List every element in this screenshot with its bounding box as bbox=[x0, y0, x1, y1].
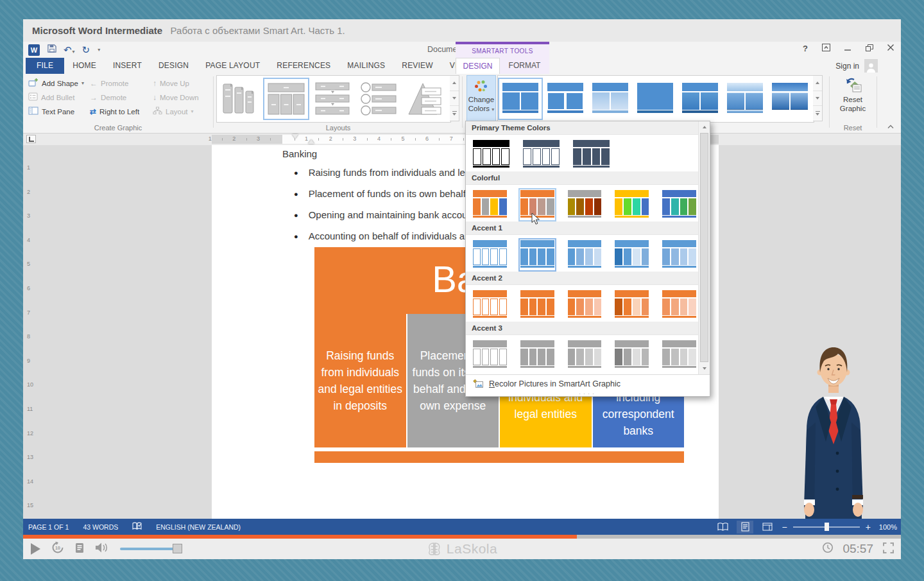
change-colors-button[interactable]: Change Colors ▾ bbox=[466, 75, 496, 123]
gallery-scroll-up-icon[interactable] bbox=[813, 76, 822, 91]
color-variant-swatch[interactable] bbox=[571, 138, 612, 171]
smartart-box[interactable]: Raising funds from individuals and legal… bbox=[314, 314, 406, 447]
ribbon-tab-references[interactable]: REFERENCES bbox=[268, 58, 339, 74]
minimize-button[interactable] bbox=[844, 44, 851, 53]
gallery-scroll-down-icon[interactable] bbox=[450, 91, 459, 107]
ribbon-tab-review[interactable]: REVIEW bbox=[393, 58, 441, 74]
ribbon-tab-mailings[interactable]: MAILINGS bbox=[339, 58, 393, 74]
tab-selector[interactable] bbox=[26, 135, 36, 143]
moderate-effect-style[interactable] bbox=[678, 78, 723, 120]
vertical-ruler[interactable]: 123456789101112131415 bbox=[23, 145, 38, 519]
hanging-indent-marker[interactable] bbox=[308, 139, 314, 144]
color-variant-swatch[interactable] bbox=[471, 138, 511, 171]
color-variant-swatch[interactable] bbox=[613, 338, 651, 372]
sign-in-area[interactable]: Sign in bbox=[835, 59, 878, 73]
color-variant-swatch[interactable] bbox=[613, 188, 651, 221]
color-variant-swatch[interactable] bbox=[471, 188, 509, 221]
pyramid-list-layout[interactable] bbox=[402, 78, 448, 120]
zoom-level[interactable]: 100% bbox=[879, 523, 897, 531]
play-button[interactable] bbox=[31, 543, 40, 555]
dropdown-resize-grip[interactable]: ···· bbox=[466, 390, 710, 397]
color-variant-swatch[interactable] bbox=[518, 238, 556, 272]
zoom-in-button[interactable]: + bbox=[866, 523, 871, 532]
color-variant-swatch[interactable] bbox=[660, 288, 698, 322]
tab-smartart-format[interactable]: FORMAT bbox=[500, 58, 549, 74]
smartart-footer-bar[interactable] bbox=[314, 451, 684, 463]
color-variant-swatch[interactable] bbox=[566, 288, 604, 322]
polished-3d-style[interactable] bbox=[723, 78, 767, 120]
circle-bullet-list-layout[interactable] bbox=[355, 78, 402, 120]
color-variant-swatch[interactable] bbox=[471, 338, 509, 372]
white-outline-style[interactable] bbox=[543, 78, 588, 120]
collapse-ribbon-icon[interactable] bbox=[887, 123, 894, 130]
word-logo-icon[interactable]: W bbox=[28, 44, 40, 56]
ribbon-tab-file[interactable]: FILE bbox=[26, 58, 64, 74]
read-mode-icon[interactable] bbox=[714, 521, 731, 533]
print-layout-icon[interactable] bbox=[737, 521, 753, 533]
customize-qat-icon[interactable]: ▾ bbox=[98, 47, 100, 53]
step-process-layout[interactable] bbox=[309, 78, 355, 120]
language-indicator[interactable]: ENGLISH (NEW ZEALAND) bbox=[156, 523, 241, 531]
document-heading[interactable]: Banking bbox=[282, 148, 317, 159]
help-button[interactable]: ? bbox=[803, 44, 808, 53]
layout-button[interactable]: Layout▾ bbox=[153, 105, 194, 118]
avatar[interactable] bbox=[864, 59, 878, 73]
text-pane-button[interactable]: Text Pane bbox=[28, 105, 74, 118]
gallery-more-icon[interactable] bbox=[450, 106, 459, 121]
dropdown-scrollbar[interactable] bbox=[698, 121, 710, 374]
color-variant-swatch[interactable] bbox=[660, 238, 698, 272]
zoom-slider[interactable] bbox=[793, 526, 860, 528]
add-shape-button[interactable]: Add Shape▾ bbox=[28, 76, 84, 90]
scrollbar-down-icon[interactable] bbox=[699, 363, 710, 374]
color-variant-swatch[interactable] bbox=[613, 288, 651, 322]
gallery-scroll-down-icon[interactable] bbox=[813, 91, 822, 107]
ribbon-display-options-icon[interactable] bbox=[822, 44, 830, 53]
color-variant-swatch[interactable] bbox=[518, 338, 556, 372]
first-line-indent-marker[interactable] bbox=[292, 134, 298, 139]
volume-slider-thumb[interactable] bbox=[173, 544, 182, 553]
tab-smartart-design[interactable]: DESIGN bbox=[456, 58, 500, 74]
right-to-left-button[interactable]: ⇄Right to Left bbox=[90, 105, 139, 118]
color-variant-swatch[interactable] bbox=[518, 288, 556, 322]
web-layout-icon[interactable] bbox=[759, 521, 776, 533]
page-indicator[interactable]: PAGE 1 OF 1 bbox=[28, 523, 69, 531]
color-variant-swatch[interactable] bbox=[660, 338, 698, 372]
proofing-icon[interactable] bbox=[132, 522, 142, 532]
redo-button[interactable]: ↻ bbox=[82, 45, 90, 55]
flat-scene-style[interactable] bbox=[633, 78, 678, 120]
sign-in-label[interactable]: Sign in bbox=[835, 62, 859, 71]
scrollbar-up-icon[interactable] bbox=[699, 121, 710, 132]
add-bullet-button[interactable]: Add Bullet bbox=[28, 91, 74, 104]
volume-icon[interactable] bbox=[95, 542, 109, 555]
color-variant-swatch[interactable] bbox=[471, 288, 509, 322]
promote-button[interactable]: ←Promote bbox=[90, 76, 128, 90]
ribbon-tab-insert[interactable]: INSERT bbox=[105, 58, 150, 74]
notes-icon[interactable] bbox=[75, 542, 84, 556]
move-down-button[interactable]: ↓Move Down bbox=[153, 91, 199, 104]
save-icon[interactable] bbox=[47, 44, 56, 56]
gallery-scroll-up-icon[interactable] bbox=[450, 76, 459, 91]
ribbon-tab-design[interactable]: DESIGN bbox=[150, 58, 197, 74]
color-variant-swatch[interactable] bbox=[566, 188, 604, 221]
close-button[interactable] bbox=[887, 44, 894, 53]
restore-button[interactable] bbox=[866, 44, 873, 53]
inset-3d-style[interactable] bbox=[767, 78, 812, 120]
zoom-out-button[interactable]: − bbox=[782, 523, 787, 532]
gallery-more-icon[interactable] bbox=[813, 106, 822, 121]
color-variant-swatch[interactable] bbox=[566, 238, 604, 272]
zoom-slider-thumb[interactable] bbox=[825, 523, 829, 531]
ribbon-tab-page-layout[interactable]: PAGE LAYOUT bbox=[197, 58, 268, 74]
reset-graphic-button[interactable]: ResetGraphic bbox=[833, 76, 873, 113]
color-variant-swatch[interactable] bbox=[660, 188, 698, 221]
demote-button[interactable]: →Demote bbox=[90, 91, 126, 104]
table-hierarchy-layout[interactable] bbox=[263, 78, 309, 120]
fullscreen-icon[interactable] bbox=[882, 542, 894, 557]
subtle-effect-style[interactable] bbox=[588, 78, 633, 120]
ribbon-tab-home[interactable]: HOME bbox=[64, 58, 105, 74]
color-variant-swatch[interactable] bbox=[613, 238, 651, 272]
volume-slider[interactable] bbox=[120, 548, 182, 550]
picture-strips-layout[interactable] bbox=[217, 78, 263, 120]
rewind-10-icon[interactable]: 10 bbox=[51, 541, 64, 557]
simple-fill-style[interactable] bbox=[498, 78, 543, 120]
color-variant-swatch[interactable] bbox=[521, 138, 561, 171]
